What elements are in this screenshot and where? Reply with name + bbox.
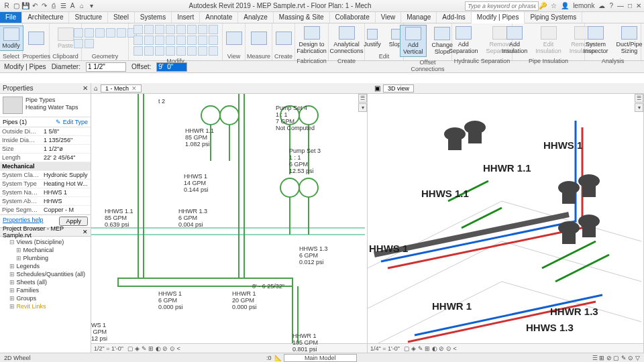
- property-row[interactable]: System NameHHWS 1: [0, 188, 91, 197]
- properties-help-link[interactable]: Properties help: [3, 217, 44, 226]
- apply-button[interactable]: Apply: [59, 217, 88, 226]
- open-icon[interactable]: ▢: [12, 2, 20, 10]
- nav-icon[interactable]: ☰: [358, 94, 367, 103]
- create-button[interactable]: [273, 30, 294, 46]
- worksharing-model[interactable]: Main Model: [284, 354, 357, 362]
- geometry-tools[interactable]: [74, 28, 137, 48]
- tab-addins[interactable]: Add-Ins: [437, 12, 471, 23]
- system-inspector-button[interactable]: System Inspector: [580, 25, 610, 56]
- tree-node[interactable]: Plumbing: [9, 254, 88, 262]
- tree-node[interactable]: Sheets (all): [3, 278, 88, 286]
- tab-massing[interactable]: Massing & Site: [274, 12, 330, 23]
- edit-insulation-button[interactable]: Edit Insulation: [533, 25, 564, 56]
- tab-systems[interactable]: Systems: [135, 12, 172, 23]
- tab-annotate[interactable]: Annotate: [200, 12, 238, 23]
- qat-icon[interactable]: ⌂: [78, 2, 86, 10]
- measure-button[interactable]: [248, 30, 270, 46]
- property-row[interactable]: System TypeHeating Hot W...: [0, 180, 91, 188]
- redo-icon[interactable]: ↷: [40, 2, 48, 10]
- nav-icon[interactable]: ☰: [635, 94, 643, 103]
- status-left[interactable]: 2D Wheel: [4, 355, 31, 361]
- tree-node[interactable]: Families: [3, 286, 88, 294]
- view-tab-3d[interactable]: 3D view: [383, 84, 414, 93]
- diameter-input[interactable]: [86, 62, 126, 72]
- filter-label[interactable]: Pipes (1): [3, 119, 27, 125]
- status-icons[interactable]: ☰ ⊞ ⊘ ▢ ✎ ⊙ ▽: [592, 355, 640, 361]
- close-icon[interactable]: ✕: [636, 2, 641, 9]
- justify-button[interactable]: Justify: [361, 27, 384, 49]
- tab-view[interactable]: View: [376, 12, 402, 23]
- print-icon[interactable]: ⎙: [50, 2, 58, 10]
- cube-icon[interactable]: ▣: [374, 84, 380, 92]
- offset-input[interactable]: [156, 62, 187, 72]
- save-icon[interactable]: 💾: [21, 2, 30, 10]
- tab-file[interactable]: File: [0, 12, 22, 23]
- tab-collaborate[interactable]: Collaborate: [330, 12, 376, 23]
- property-row[interactable]: Size1 1/2"ø: [0, 145, 91, 154]
- analytical-conn-button[interactable]: Analytical Connections: [327, 25, 366, 56]
- tree-node[interactable]: Schedules/Quantities (all): [3, 270, 88, 278]
- tree-node[interactable]: Groups: [3, 294, 88, 302]
- modify-tools[interactable]: [133, 25, 218, 56]
- offset-label: Offset:: [131, 63, 151, 70]
- tree-node[interactable]: Legends: [3, 262, 88, 270]
- view-3d[interactable]: ☰▾ 1/4" = 1'-0" ▢ ◈ ✎ ⊞ ◐ ⊘ ⊙ < HHWS 1HH…: [368, 94, 644, 353]
- property-row[interactable]: Length22' 2 45/64": [0, 154, 91, 162]
- minimize-icon[interactable]: —: [617, 2, 624, 9]
- type-selector[interactable]: Pipe TypesHeating Water Taps: [0, 94, 91, 117]
- tab-structure[interactable]: Structure: [69, 12, 108, 23]
- qat-icon[interactable]: A: [68, 2, 76, 10]
- close-icon[interactable]: ✕: [131, 85, 137, 92]
- home-icon[interactable]: ⌂: [94, 84, 98, 92]
- scale-2d[interactable]: 1/2" = 1'-0": [94, 345, 123, 352]
- tab-steel[interactable]: Steel: [108, 12, 135, 23]
- add-vertical-button[interactable]: Add Vertical: [400, 25, 427, 57]
- view-2d[interactable]: ☰▾ 1/2" = 1'-0" ▢ ◈ ✎ ⊞ ◐ ⊘ ⊙ < t 2HHWS …: [91, 94, 368, 353]
- project-browser-tree[interactable]: Views (Discipline)MechanicalPlumbingLege…: [0, 237, 91, 312]
- tab-analyze[interactable]: Analyze: [238, 12, 274, 23]
- property-row[interactable]: Outside Diam...1 5/8": [0, 127, 91, 136]
- property-row[interactable]: Pipe SegmentCopper - M: [0, 206, 91, 215]
- view-tab-2d[interactable]: 1 - Mech✕: [101, 84, 142, 93]
- add-separation-button[interactable]: Add Separation: [446, 25, 481, 56]
- help-icon[interactable]: ?: [609, 2, 613, 9]
- qat-dropdown-icon[interactable]: ▾: [87, 2, 95, 10]
- scale-3d[interactable]: 1/4" = 1'-0": [370, 345, 400, 352]
- tree-node[interactable]: Mechanical: [9, 246, 88, 254]
- modify-button[interactable]: Modify: [0, 25, 23, 51]
- properties-button[interactable]: [25, 30, 47, 46]
- maximize-icon[interactable]: □: [628, 2, 632, 9]
- undo-icon[interactable]: ↶: [31, 2, 39, 10]
- measure-icon[interactable]: ☰: [59, 2, 67, 10]
- tree-node[interactable]: Views (Discipline): [3, 238, 88, 246]
- tab-insert[interactable]: Insert: [172, 12, 200, 23]
- tab-architecture[interactable]: Architecture: [22, 12, 69, 23]
- tab-piping-systems[interactable]: Piping Systems: [525, 12, 582, 23]
- property-row[interactable]: System Classifi...Hydronic Supply: [0, 171, 91, 180]
- app-icon[interactable]: R: [3, 2, 11, 10]
- add-insulation-button[interactable]: Add Insulation: [499, 25, 531, 56]
- search-input[interactable]: [465, 1, 539, 11]
- property-row[interactable]: Inside Diameter1 135/256": [0, 136, 91, 145]
- edit-type-button[interactable]: ✎ Edit Type: [56, 119, 88, 125]
- nav-icon[interactable]: ▾: [358, 103, 367, 112]
- signin-icon[interactable]: 👤: [561, 2, 569, 9]
- tab-modify-pipes[interactable]: Modify | Pipes: [472, 12, 525, 23]
- duct-pipe-sizing-button[interactable]: Duct/Pipe Sizing: [614, 25, 645, 56]
- pipe-label: HHWR 1.3 6 GPM 0.004 psi: [178, 208, 207, 228]
- infocenter-icon[interactable]: 🔑: [539, 2, 547, 9]
- property-row[interactable]: System Abbre...HHWS: [0, 197, 91, 206]
- design-to-fab-button[interactable]: Design to Fabrication: [294, 25, 329, 56]
- nav-icon[interactable]: ▾: [635, 103, 643, 112]
- close-icon[interactable]: ✕: [83, 229, 88, 235]
- tab-manage[interactable]: Manage: [401, 12, 437, 23]
- view-button[interactable]: [223, 30, 245, 46]
- viewbar-icons[interactable]: ▢ ◈ ✎ ⊞ ◐ ⊘ ⊙ <: [127, 345, 180, 352]
- user-icon[interactable]: ☆: [551, 2, 557, 9]
- cloud-icon[interactable]: ☁: [598, 2, 605, 9]
- viewbar-icons[interactable]: ▢ ◈ ✎ ⊞ ◐ ⊘ ⊙ <: [404, 345, 457, 352]
- title-bar: R ▢ 💾 ↶ ↷ ⎙ ☰ A ⌂ ▾ Autodesk Revit 2019 …: [0, 0, 644, 12]
- close-icon[interactable]: ✕: [83, 84, 88, 92]
- system-label-3d: HHWS 1: [543, 139, 582, 151]
- tree-node[interactable]: Revit Links: [3, 302, 88, 310]
